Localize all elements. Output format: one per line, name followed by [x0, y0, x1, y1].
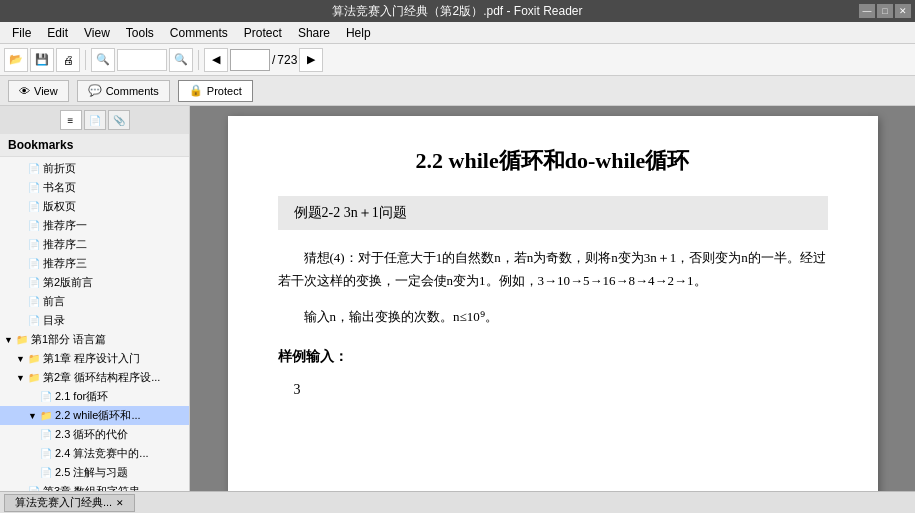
bookmark-item[interactable]: 📄目录: [0, 311, 189, 330]
para-1: 猜想(4)：对于任意大于1的自然数n，若n为奇数，则将n变为3n＋1，否则变为n…: [278, 246, 828, 293]
bookmark-label: 推荐序二: [43, 237, 87, 252]
bookmark-item[interactable]: 📄推荐序三: [0, 254, 189, 273]
bookmark-item[interactable]: 📄2.4 算法竞赛中的...: [0, 444, 189, 463]
protect-button[interactable]: 🔒 Protect: [178, 80, 253, 102]
expand-icon: ▼: [4, 335, 14, 345]
title-bar: 算法竞赛入门经典（第2版）.pdf - Foxit Reader — □ ✕: [0, 0, 915, 22]
expand-icon: ▼: [16, 373, 26, 383]
bookmark-item[interactable]: ▼📁第1部分 语言篇: [0, 330, 189, 349]
toolbar-save-button[interactable]: 💾: [30, 48, 54, 72]
bookmark-item[interactable]: 📄前言: [0, 292, 189, 311]
bookmark-item[interactable]: 📄推荐序一: [0, 216, 189, 235]
bookmark-item[interactable]: 📄推荐序二: [0, 235, 189, 254]
bookmark-icon: 📄: [28, 239, 40, 250]
bookmark-label: 第2版前言: [43, 275, 93, 290]
bookmark-label: 推荐序三: [43, 256, 87, 271]
window-controls: — □ ✕: [859, 4, 911, 18]
bookmark-item[interactable]: 📄前折页: [0, 159, 189, 178]
sidebar-tab-pages[interactable]: 📄: [84, 110, 106, 130]
bookmark-label: 第1部分 语言篇: [31, 332, 106, 347]
bookmark-label: 前言: [43, 294, 65, 309]
bookmark-label: 版权页: [43, 199, 76, 214]
lock-icon: 🔒: [189, 84, 203, 97]
sample-input-label: 样例输入：: [278, 344, 828, 369]
sidebar: ≡ 📄 📎 Bookmarks 📄前折页📄书名页📄版权页📄推荐序一📄推荐序二📄推…: [0, 106, 190, 491]
bookmark-item[interactable]: 📄2.5 注解与习题: [0, 463, 189, 482]
bookmark-icon: 📄: [28, 220, 40, 231]
bookmark-icon: 📄: [28, 258, 40, 269]
action-toolbar: 👁 View 💬 Comments 🔒 Protect: [0, 76, 915, 106]
para-2: 输入n，输出变换的次数。n≤10⁹。: [278, 305, 828, 328]
toolbar-separator-1: [85, 50, 86, 70]
bookmark-label: 第3章 数组和字符串: [43, 484, 140, 491]
bookmark-icon: 📄: [40, 448, 52, 459]
sidebar-tab-group: ≡ 📄 📎: [0, 106, 189, 134]
bookmark-item[interactable]: 📄书名页: [0, 178, 189, 197]
expand-icon: ▼: [16, 354, 26, 364]
comments-label: Comments: [106, 85, 159, 97]
bookmark-label: 2.3 循环的代价: [55, 427, 128, 442]
sidebar-content: 📄前折页📄书名页📄版权页📄推荐序一📄推荐序二📄推荐序三📄第2版前言📄前言📄目录▼…: [0, 157, 189, 491]
menu-item-view[interactable]: View: [76, 24, 118, 42]
bookmark-item[interactable]: 📄2.1 for循环: [0, 387, 189, 406]
bookmark-icon: 📄: [40, 467, 52, 478]
bottom-tab-close[interactable]: ✕: [116, 498, 124, 508]
bookmark-label: 2.5 注解与习题: [55, 465, 128, 480]
toolbar: 📂 💾 🖨 🔍 110% 🔍 ◀ 157 / 723 ▶: [0, 44, 915, 76]
menu-item-share[interactable]: Share: [290, 24, 338, 42]
bookmark-icon: 📄: [40, 391, 52, 402]
bookmark-icon: 📁: [28, 353, 40, 364]
toolbar-prev-page-button[interactable]: ◀: [204, 48, 228, 72]
example-title: 例题2-2 3n＋1问题: [294, 205, 407, 220]
bookmark-item[interactable]: 📄第2版前言: [0, 273, 189, 292]
menu-item-tools[interactable]: Tools: [118, 24, 162, 42]
menu-item-protect[interactable]: Protect: [236, 24, 290, 42]
toolbar-zoom-out-button[interactable]: 🔍: [91, 48, 115, 72]
bottom-tab-pdf[interactable]: 算法竞赛入门经典... ✕: [4, 494, 135, 512]
bookmark-item[interactable]: ▼📁第1章 程序设计入门: [0, 349, 189, 368]
bookmark-item[interactable]: 📄2.3 循环的代价: [0, 425, 189, 444]
close-button[interactable]: ✕: [895, 4, 911, 18]
pdf-body: 猜想(4)：对于任意大于1的自然数n，若n为奇数，则将n变为3n＋1，否则变为n…: [278, 246, 828, 403]
protect-label: Protect: [207, 85, 242, 97]
pdf-page: 2.2 while循环和do-while循环 例题2-2 3n＋1问题 猜想(4…: [228, 116, 878, 491]
bottom-tab-label: 算法竞赛入门经典...: [15, 495, 112, 510]
page-input[interactable]: 157: [230, 49, 270, 71]
bookmark-label: 2.2 while循环和...: [55, 408, 141, 423]
bookmark-icon: 📄: [28, 163, 40, 174]
title-text: 算法竞赛入门经典（第2版）.pdf - Foxit Reader: [332, 3, 582, 20]
sidebar-tab-attachments[interactable]: 📎: [108, 110, 130, 130]
maximize-button[interactable]: □: [877, 4, 893, 18]
bookmark-label: 第2章 循环结构程序设...: [43, 370, 160, 385]
page-separator: /: [272, 53, 275, 67]
view-button[interactable]: 👁 View: [8, 80, 69, 102]
expand-icon: ▼: [28, 411, 38, 421]
bookmark-item[interactable]: 📄版权页: [0, 197, 189, 216]
toolbar-next-page-button[interactable]: ▶: [299, 48, 323, 72]
example-box: 例题2-2 3n＋1问题: [278, 196, 828, 230]
bookmark-icon: 📄: [28, 182, 40, 193]
sidebar-tab-bookmarks[interactable]: ≡: [60, 110, 82, 130]
section-title: 2.2 while循环和do-while循环: [278, 146, 828, 176]
minimize-button[interactable]: —: [859, 4, 875, 18]
menu-item-file[interactable]: File: [4, 24, 39, 42]
bookmark-item[interactable]: ▼📁第2章 循环结构程序设...: [0, 368, 189, 387]
toolbar-open-button[interactable]: 📂: [4, 48, 28, 72]
menu-item-edit[interactable]: Edit: [39, 24, 76, 42]
comments-button[interactable]: 💬 Comments: [77, 80, 170, 102]
zoom-input[interactable]: 110%: [117, 49, 167, 71]
toolbar-print-button[interactable]: 🖨: [56, 48, 80, 72]
menu-item-comments[interactable]: Comments: [162, 24, 236, 42]
sidebar-header: Bookmarks: [0, 134, 189, 157]
toolbar-zoom-in-button[interactable]: 🔍: [169, 48, 193, 72]
bookmark-label: 书名页: [43, 180, 76, 195]
comment-icon: 💬: [88, 84, 102, 97]
pdf-area[interactable]: 2.2 while循环和do-while循环 例题2-2 3n＋1问题 猜想(4…: [190, 106, 915, 491]
bookmark-icon: 📁: [28, 372, 40, 383]
bookmark-item[interactable]: 📄第3章 数组和字符串: [0, 482, 189, 491]
bookmark-icon: 📄: [28, 296, 40, 307]
bookmark-label: 目录: [43, 313, 65, 328]
view-label: View: [34, 85, 58, 97]
bookmark-item[interactable]: ▼📁2.2 while循环和...: [0, 406, 189, 425]
menu-item-help[interactable]: Help: [338, 24, 379, 42]
